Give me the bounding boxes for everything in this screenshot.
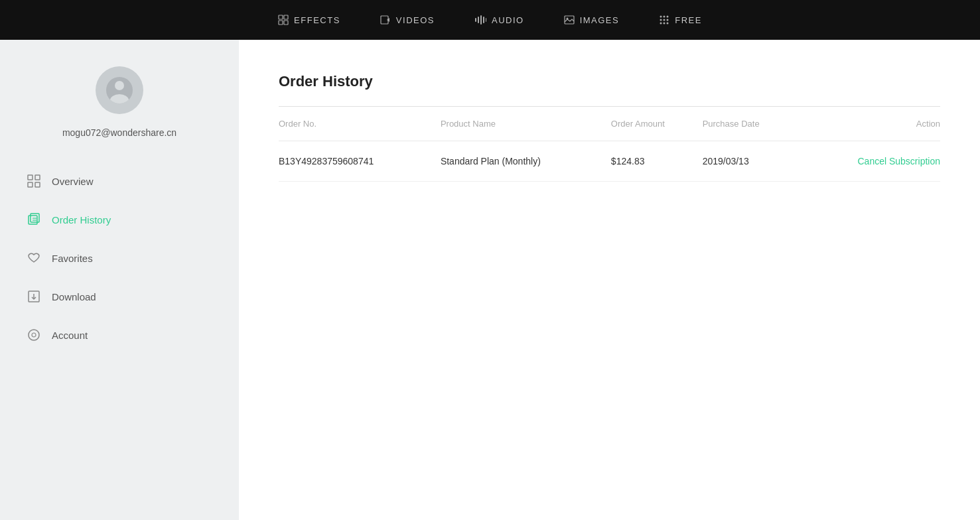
nav-audio[interactable]: AUDIO <box>474 15 524 25</box>
sidebar-download-label: Download <box>52 291 96 302</box>
audio-icon <box>474 15 486 25</box>
nav-audio-label: AUDIO <box>492 15 524 25</box>
main-layout: mogu072@wondershare.cn Overview <box>0 40 980 520</box>
sidebar-order-history-label: Order History <box>52 214 111 226</box>
favorites-icon <box>27 251 41 265</box>
svg-point-16 <box>660 19 662 21</box>
user-email: mogu072@wondershare.cn <box>62 127 176 138</box>
col-header-order-amount: Order Amount <box>611 107 703 141</box>
col-header-purchase-date: Purchase Date <box>703 107 800 141</box>
top-navigation: EFFECTS VIDEOS AUDIO <box>0 0 980 40</box>
cell-action[interactable]: Cancel Subscription <box>800 141 940 182</box>
svg-point-17 <box>664 19 665 21</box>
col-header-product-name: Product Name <box>441 107 611 141</box>
free-icon <box>659 15 669 25</box>
videos-icon <box>380 15 391 25</box>
table-row: B13Y49283759608741 Standard Plan (Monthl… <box>279 141 940 182</box>
main-content: Order History Order No. Product Name Ord… <box>239 40 980 520</box>
nav-images-label: IMAGES <box>580 15 620 25</box>
cell-order-no: B13Y49283759608741 <box>279 141 441 182</box>
svg-rect-3 <box>284 21 288 25</box>
svg-rect-9 <box>483 17 484 23</box>
sidebar-item-download[interactable]: Download <box>20 277 219 316</box>
svg-rect-0 <box>279 15 283 19</box>
sidebar-overview-label: Overview <box>52 176 94 187</box>
svg-point-33 <box>32 333 36 337</box>
sidebar-item-account[interactable]: Account <box>20 316 219 354</box>
svg-rect-23 <box>35 175 40 180</box>
account-icon <box>27 328 41 342</box>
nav-images[interactable]: IMAGES <box>564 15 620 25</box>
cell-order-amount: $124.83 <box>611 141 703 182</box>
nav-videos[interactable]: VIDEOS <box>380 15 435 25</box>
avatar <box>96 66 143 114</box>
sidebar-item-favorites[interactable]: Favorites <box>20 239 219 277</box>
nav-effects-label: EFFECTS <box>294 15 340 25</box>
page-title: Order History <box>279 73 940 90</box>
svg-rect-24 <box>28 182 33 187</box>
images-icon <box>564 15 575 25</box>
effects-icon <box>278 15 289 25</box>
col-header-order-no: Order No. <box>279 107 441 141</box>
svg-point-21 <box>667 23 669 25</box>
svg-point-20 <box>664 23 665 25</box>
cancel-subscription-link[interactable]: Cancel Subscription <box>857 156 940 166</box>
sidebar-favorites-label: Favorites <box>52 253 93 264</box>
svg-point-32 <box>29 330 39 340</box>
nav-effects[interactable]: EFFECTS <box>278 15 340 25</box>
col-header-action: Action <box>800 107 940 141</box>
svg-rect-10 <box>486 18 486 22</box>
order-history-icon <box>27 212 41 227</box>
cell-purchase-date: 2019/03/13 <box>703 141 800 182</box>
svg-point-15 <box>667 16 669 18</box>
avatar-image <box>106 77 133 103</box>
sidebar: mogu072@wondershare.cn Overview <box>0 40 239 520</box>
svg-point-14 <box>664 16 665 18</box>
order-table: Order No. Product Name Order Amount Purc… <box>279 107 940 182</box>
nav-free[interactable]: FREE <box>659 15 702 25</box>
sidebar-item-overview[interactable]: Overview <box>20 162 219 200</box>
svg-rect-6 <box>475 18 476 22</box>
svg-point-19 <box>660 23 662 25</box>
sidebar-item-order-history[interactable]: Order History <box>20 200 219 239</box>
svg-rect-22 <box>28 175 33 180</box>
sidebar-account-label: Account <box>52 330 88 341</box>
cell-product-name: Standard Plan (Monthly) <box>441 141 611 182</box>
svg-rect-7 <box>478 17 479 23</box>
overview-icon <box>27 174 41 188</box>
svg-point-18 <box>667 19 669 21</box>
download-icon <box>27 289 41 304</box>
svg-rect-2 <box>279 21 283 25</box>
nav-free-label: FREE <box>675 15 702 25</box>
svg-rect-1 <box>284 15 288 19</box>
sidebar-nav: Overview Order History <box>0 162 239 354</box>
svg-rect-8 <box>480 15 482 25</box>
svg-point-13 <box>660 16 662 18</box>
svg-rect-25 <box>35 182 40 187</box>
nav-videos-label: VIDEOS <box>396 15 435 25</box>
